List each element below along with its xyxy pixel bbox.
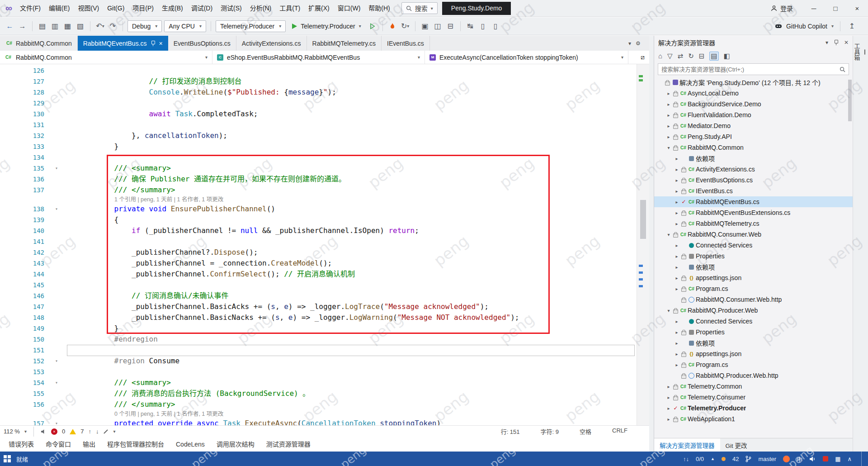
tree-item[interactable]: ▸Properties xyxy=(654,251,853,262)
solution-config-dropdown[interactable]: Debug▾ xyxy=(127,20,162,32)
code-line[interactable]: 131 xyxy=(0,119,649,130)
tree-expander-icon[interactable]: ▸ xyxy=(665,417,672,422)
tree-expander-icon[interactable]: ▸ xyxy=(673,156,680,161)
code-line[interactable]: 156 /// </summary> xyxy=(0,399,649,410)
git-sync-status[interactable]: 0/0 xyxy=(696,456,704,462)
tree-expander-icon[interactable]: ▾ xyxy=(665,232,672,237)
tree-item[interactable]: ▾C#RabbitMQ.Common xyxy=(654,142,853,153)
tree-item[interactable]: ▸Connected Services xyxy=(654,316,853,327)
code-line[interactable]: 133 } xyxy=(0,141,649,152)
tree-item[interactable]: ▸C#IEventBus.cs xyxy=(654,185,853,196)
solution-search-input[interactable] xyxy=(661,66,837,73)
breakpoint-margin[interactable] xyxy=(0,399,23,410)
breakpoint-margin[interactable] xyxy=(0,334,23,345)
warning-count-icon[interactable] xyxy=(70,429,76,434)
codelens-text[interactable]: 0 个引用 | peng, 1 天前 | 1 名作者, 1 项更改 xyxy=(67,410,649,418)
editor-tab[interactable]: ActivityExtensions.cs xyxy=(236,36,307,51)
menu-item[interactable]: 文件(F) xyxy=(16,0,45,16)
zoom-level[interactable]: 112 % xyxy=(4,428,20,435)
tree-expander-icon[interactable]: ▾ xyxy=(665,308,672,313)
tab-options-icon[interactable]: ⚙ xyxy=(636,40,641,47)
tree-item[interactable]: ▸C#ActivityExtensions.cs xyxy=(654,164,853,175)
tree-expander-icon[interactable]: ▸ xyxy=(673,319,680,324)
toolbar-icon[interactable]: ▣ xyxy=(420,20,430,32)
menu-item[interactable]: Git(G) xyxy=(103,0,128,16)
show-all-files-icon[interactable]: ▤ xyxy=(709,52,718,61)
fold-icon[interactable]: ▾ xyxy=(46,418,67,425)
tree-expander-icon[interactable]: ▸ xyxy=(665,124,672,128)
tree-expander-icon[interactable]: ▸ xyxy=(665,113,672,118)
tree-item[interactable]: ▸依赖项 xyxy=(654,153,853,164)
breakpoint-margin[interactable] xyxy=(0,87,23,98)
code-line[interactable]: 139 { xyxy=(0,214,649,225)
menu-item[interactable]: 窗口(W) xyxy=(334,0,365,16)
tree-item[interactable]: ▸C#Program.cs xyxy=(654,359,853,370)
tray-grid-icon[interactable]: ▦ xyxy=(835,456,840,462)
explorer-bottom-tab[interactable]: 解决方案资源管理器 xyxy=(654,438,720,452)
code-line[interactable]: 141 xyxy=(0,236,649,247)
toolbar-icon[interactable]: ⊟ xyxy=(445,20,456,32)
indent-mode[interactable]: 空格 xyxy=(580,427,591,436)
toolbar-icon[interactable]: ▯ xyxy=(491,20,501,32)
switch-views-icon[interactable]: ⌂ xyxy=(658,52,662,60)
code-line[interactable]: 132 }, cancellationToken); xyxy=(0,130,649,141)
breakpoint-margin[interactable] xyxy=(0,130,23,141)
tree-item[interactable]: ▸依赖项 xyxy=(654,338,853,348)
menu-item[interactable]: 工具(T) xyxy=(275,0,304,16)
menu-item[interactable]: 帮助(H) xyxy=(364,0,394,16)
tree-item[interactable]: ▾C#RabbitMQ.Producer.Web xyxy=(654,305,853,316)
copilot-label[interactable]: GitHub Copilot xyxy=(786,23,827,30)
save-all-icon[interactable]: ▧ xyxy=(75,20,85,32)
code-line[interactable]: 130 await Task.CompletedTask; xyxy=(0,109,649,119)
sync-selection-icon[interactable]: ⇄ xyxy=(678,52,684,60)
tree-item[interactable]: ▸{}appsettings.json xyxy=(654,348,853,359)
tree-item[interactable]: ▸C#WebApplication1 xyxy=(654,414,853,424)
tree-item[interactable]: ▸Properties xyxy=(654,327,853,338)
breadcrumb-project[interactable]: C# RabbitMQ.Common ▾ xyxy=(0,51,212,64)
tree-item[interactable]: 解决方案 'Peng.Study.Demo' (12 个项目, 共 12 个) xyxy=(654,77,853,88)
code-line[interactable]: 138▾ private void EnsurePublisherChannel… xyxy=(0,204,649,214)
tree-expander-icon[interactable]: ▸ xyxy=(673,341,680,346)
code-line[interactable]: 151 xyxy=(0,345,649,356)
code-line[interactable]: 129 xyxy=(0,98,649,109)
explorer-bottom-tab[interactable]: Git 更改 xyxy=(720,438,753,452)
panel-splitter[interactable] xyxy=(649,36,654,452)
tree-item[interactable]: ▾C#RabbitMQ.Consumer.Web xyxy=(654,229,853,240)
window-position-icon[interactable]: ▾ xyxy=(826,39,828,46)
platform-dropdown[interactable]: Any CPU▾ xyxy=(164,20,206,32)
close-button[interactable]: × xyxy=(846,0,868,16)
tree-expander-icon[interactable]: ▸ xyxy=(673,286,680,291)
toolbar-icon[interactable]: ▯ xyxy=(478,20,488,32)
code-line[interactable]: 142 _publisherChannel?.Dispose(); xyxy=(0,247,649,258)
menu-item[interactable]: 测试(S) xyxy=(217,0,246,16)
tray-app-icon[interactable] xyxy=(823,456,828,461)
code-line[interactable]: 152▾ #region Consume xyxy=(0,356,649,366)
tree-item[interactable]: ▸C#Mediator.Demo xyxy=(654,120,853,131)
panel-tab[interactable]: 命令窗口 xyxy=(40,437,77,452)
announcer-icon[interactable] xyxy=(41,429,47,434)
tree-item[interactable]: ▸C#Peng.Study.API xyxy=(654,131,853,142)
code-line[interactable]: 157▾ protected override async Task Execu… xyxy=(0,418,649,425)
breakpoint-margin[interactable] xyxy=(0,388,23,399)
breakpoint-margin[interactable] xyxy=(0,269,23,280)
volume-icon[interactable] xyxy=(809,456,816,462)
fold-icon[interactable]: ▾ xyxy=(46,377,67,388)
cursor-column[interactable]: 字符: 9 xyxy=(541,427,559,436)
code-line[interactable]: 149 } xyxy=(0,323,649,334)
breakpoint-margin[interactable] xyxy=(0,141,23,152)
tree-expander-icon[interactable]: ▸ xyxy=(665,91,672,96)
tray-count[interactable]: 42 xyxy=(732,456,739,462)
code-line[interactable]: 134 xyxy=(0,152,649,163)
breakpoint-margin[interactable] xyxy=(0,301,23,312)
navigate-back-icon[interactable]: ← xyxy=(5,20,15,32)
code-line[interactable]: 154▾ /// <summary> xyxy=(0,377,649,388)
breakpoint-margin[interactable] xyxy=(0,418,23,425)
tree-expander-icon[interactable]: ▾ xyxy=(665,145,672,150)
quick-search-box[interactable]: 搜索 ▾ xyxy=(401,2,438,14)
undo-icon[interactable]: ↶▾ xyxy=(95,20,105,32)
tree-expander-icon[interactable]: ▸ xyxy=(665,134,672,139)
tree-item[interactable]: ▸C#FluentValidation.Demo xyxy=(654,109,853,120)
fold-icon[interactable]: ▾ xyxy=(46,204,67,214)
open-file-icon[interactable]: ▥ xyxy=(50,20,60,32)
breakpoint-margin[interactable] xyxy=(0,98,23,109)
